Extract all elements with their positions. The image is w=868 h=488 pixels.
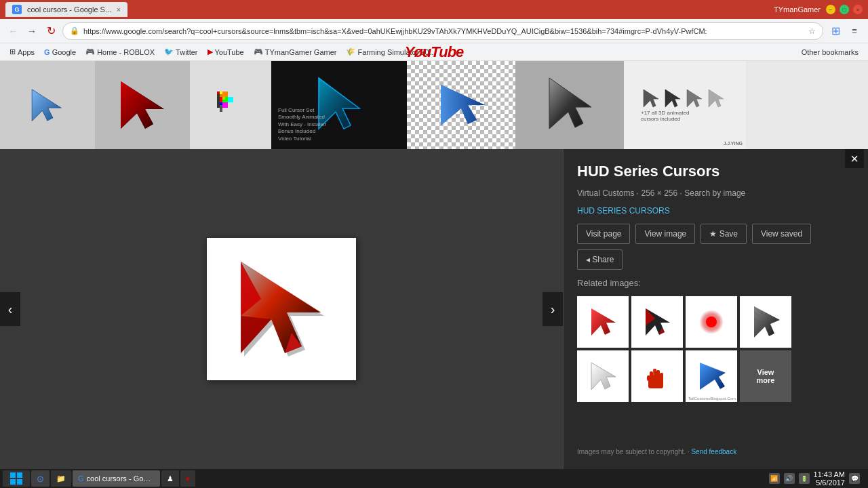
tray-notifications-icon[interactable]: 💬 bbox=[849, 473, 860, 484]
title-bar-right: TYmanGamer − □ × bbox=[774, 5, 863, 14]
taskbar-browser-tab[interactable]: G cool cursors - Google S... bbox=[73, 470, 160, 487]
tab-bar: G cool cursors - Google S... × bbox=[5, 2, 127, 17]
svg-rect-12 bbox=[220, 94, 222, 97]
cursor-arrow-red-dark-icon bbox=[115, 78, 170, 132]
taskbar-file-explorer-icon[interactable]: 📁 bbox=[51, 470, 71, 487]
related-image-6[interactable] bbox=[631, 350, 683, 402]
other-bookmarks-label: Other bookmarks bbox=[802, 48, 859, 56]
svg-rect-5 bbox=[222, 92, 228, 97]
image-source-link[interactable]: HUD SERIES CURSORS bbox=[577, 206, 854, 216]
chrome-menu-icon[interactable]: ≡ bbox=[846, 23, 863, 39]
tab-close-button[interactable]: × bbox=[117, 6, 121, 14]
strip-image-2[interactable] bbox=[95, 61, 190, 149]
clock-date: 5/6/2017 bbox=[814, 479, 845, 487]
svg-marker-19 bbox=[441, 85, 485, 125]
apps-label: Apps bbox=[18, 48, 35, 56]
related-image-2[interactable] bbox=[631, 296, 683, 348]
url-bar[interactable]: 🔒 https://www.google.com/search?q=cool+c… bbox=[62, 22, 823, 40]
strip-image-checkered[interactable] bbox=[407, 61, 515, 149]
bookmark-tymangamer[interactable]: 🎮 TYmanGamer Gamer bbox=[250, 46, 341, 58]
bookmark-star-icon[interactable]: ☆ bbox=[808, 26, 816, 36]
minimize-button[interactable]: − bbox=[826, 5, 835, 14]
bookmark-farming-label: Farming Simulator 20... bbox=[357, 48, 435, 56]
prev-image-button[interactable]: ‹ bbox=[0, 292, 20, 326]
forward-button[interactable]: → bbox=[24, 24, 39, 39]
bookmark-tymangamer-label: TYmanGamer Gamer bbox=[265, 48, 337, 56]
save-button[interactable]: ★ Save bbox=[701, 224, 747, 244]
extensions-icon[interactable]: ⊞ bbox=[827, 23, 844, 39]
tray-network-icon[interactable]: 📶 bbox=[769, 473, 780, 484]
apps-button[interactable]: ⊞ Apps bbox=[5, 46, 39, 58]
view-saved-button[interactable]: View saved bbox=[752, 224, 811, 244]
bookmark-youtube[interactable]: ▶ YouTube bbox=[203, 46, 248, 58]
address-bar: ← → ↻ 🔒 https://www.google.com/search?q=… bbox=[0, 19, 868, 43]
reload-button[interactable]: ↻ bbox=[43, 24, 58, 39]
taskbar-tab-icon: G bbox=[78, 474, 84, 483]
bookmark-twitter[interactable]: 🐦 Twitter bbox=[160, 46, 201, 58]
send-feedback-link[interactable]: Send feedback bbox=[691, 448, 736, 455]
main-image bbox=[207, 238, 356, 380]
visit-page-button[interactable]: Visit page bbox=[577, 224, 630, 244]
related-cursor-red-hand-icon bbox=[640, 359, 674, 393]
svg-marker-51 bbox=[700, 363, 726, 390]
bookmark-google[interactable]: G Google bbox=[40, 47, 80, 58]
taskbar-steam-icon[interactable]: ♟ bbox=[161, 470, 179, 487]
image-close-button[interactable]: × bbox=[845, 149, 864, 168]
svg-rect-50 bbox=[653, 369, 654, 375]
tab-title: cool cursors - Google S... bbox=[27, 5, 111, 14]
bookmark-farming-icon: 🌾 bbox=[346, 47, 355, 56]
related-image-5[interactable] bbox=[577, 350, 629, 402]
bookmark-twitter-label: Twitter bbox=[176, 48, 197, 56]
svg-marker-21 bbox=[644, 89, 658, 107]
system-tray: 📶 🔊 🔋 11:43 AM 5/6/2017 💬 bbox=[769, 470, 865, 487]
related-image-1[interactable] bbox=[577, 296, 629, 348]
bookmark-farming[interactable]: 🌾 Farming Simulator 20... bbox=[342, 46, 439, 58]
bookmark-roblox[interactable]: 🎮 Home - ROBLOX bbox=[81, 46, 159, 58]
steam-icon: ♟ bbox=[167, 474, 174, 483]
toolbar-right: ⊞ ≡ bbox=[827, 23, 863, 39]
info-panel: HUD Series Cursors Virtual Customs · 256… bbox=[563, 149, 868, 469]
next-image-button[interactable]: › bbox=[542, 292, 563, 326]
svg-marker-20 bbox=[549, 78, 591, 129]
maximize-button[interactable]: □ bbox=[840, 5, 849, 14]
view-image-button[interactable]: View image bbox=[635, 224, 695, 244]
related-image-7[interactable]: TailCustomsBlogspot.Com bbox=[686, 350, 737, 402]
strip-image-center[interactable]: Full Cursor SetSmoothly AnimatedWith Eas… bbox=[271, 61, 407, 149]
tray-battery-icon: 🔋 bbox=[799, 473, 810, 484]
active-tab[interactable]: G cool cursors - Google S... × bbox=[5, 2, 127, 17]
user-name: TYmanGamer bbox=[774, 5, 821, 14]
taskbar-tab-label: cool cursors - Google S... bbox=[87, 474, 155, 483]
other-bookmarks[interactable]: Other bookmarks bbox=[797, 47, 863, 58]
windows-icon bbox=[9, 472, 23, 485]
close-button[interactable]: × bbox=[853, 5, 863, 14]
strip-image-1[interactable] bbox=[0, 61, 95, 149]
related-images-grid: TailCustomsBlogspot.Com Viewmore bbox=[577, 296, 854, 402]
related-image-3[interactable] bbox=[686, 296, 737, 348]
svg-marker-3 bbox=[121, 81, 164, 129]
cursor-pixel-icon bbox=[214, 88, 248, 122]
bookmarks-bar: ⊞ Apps G Google 🎮 Home - ROBLOX 🐦 Twitte… bbox=[0, 43, 868, 61]
cursor-arrow-blue-flat-icon bbox=[431, 78, 492, 132]
related-cursor-blue-tri-icon bbox=[694, 359, 728, 393]
svg-rect-11 bbox=[217, 92, 220, 94]
view-more-label: Viewmore bbox=[757, 368, 775, 384]
bookmark-google-icon: G bbox=[44, 48, 50, 56]
taskbar-app-4[interactable]: ● bbox=[180, 470, 196, 487]
strip-image-sheet[interactable]: +17 all 3D animatedcursors included J.J.… bbox=[624, 61, 746, 149]
taskbar-folder-icon: 📁 bbox=[56, 474, 66, 483]
view-more-button[interactable]: Viewmore bbox=[740, 350, 791, 402]
related-images-title: Related images: bbox=[577, 278, 854, 288]
svg-marker-24 bbox=[709, 89, 724, 107]
taskbar-browser-icon[interactable]: ⊙ bbox=[31, 470, 50, 487]
tray-volume-icon[interactable]: 🔊 bbox=[784, 473, 795, 484]
strip-image-dark[interactable] bbox=[515, 61, 624, 149]
svg-rect-55 bbox=[17, 472, 22, 478]
image-strip: Full Cursor SetSmoothly AnimatedWith Eas… bbox=[0, 61, 868, 149]
back-button[interactable]: ← bbox=[5, 24, 20, 39]
start-button[interactable] bbox=[3, 470, 30, 487]
related-image-4[interactable] bbox=[740, 296, 791, 348]
strip-image-3[interactable] bbox=[190, 61, 271, 149]
share-button[interactable]: ◂ Share bbox=[577, 249, 623, 270]
bookmark-twitter-icon: 🐦 bbox=[164, 47, 174, 56]
strip-text: Full Cursor SetSmoothly AnimatedWith Eas… bbox=[278, 107, 326, 142]
